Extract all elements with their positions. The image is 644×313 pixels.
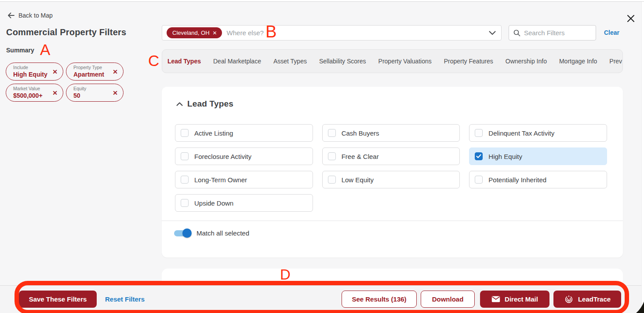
lead-type-option[interactable]: Cash Buyers bbox=[322, 124, 460, 142]
search-filters-input[interactable]: Search Filters bbox=[509, 25, 596, 41]
location-chip[interactable]: Cleveland, OH ✕ bbox=[167, 27, 222, 38]
chip-value: Apartment bbox=[73, 71, 111, 78]
chip-remove-icon[interactable]: ✕ bbox=[52, 89, 58, 96]
download-button[interactable]: Download bbox=[421, 291, 475, 308]
back-to-map-button[interactable]: Back to Map bbox=[7, 12, 53, 19]
summary-chip: Include High Equity ✕ bbox=[6, 63, 63, 81]
envelope-icon bbox=[491, 296, 500, 302]
filter-tab[interactable]: Ownership Info bbox=[506, 58, 547, 65]
checkbox[interactable] bbox=[328, 129, 336, 137]
option-label: Upside Down bbox=[194, 199, 233, 207]
checkbox[interactable] bbox=[181, 199, 189, 207]
clear-filters-link[interactable]: Clear bbox=[604, 29, 619, 36]
option-label: Active Listing bbox=[194, 129, 233, 137]
chip-category-label: Market Value bbox=[13, 86, 51, 92]
filter-tab[interactable]: Asset Types bbox=[273, 58, 307, 65]
filter-tab[interactable]: Lead Types bbox=[167, 58, 201, 65]
checkbox[interactable] bbox=[181, 176, 189, 184]
checkbox[interactable] bbox=[475, 129, 483, 137]
back-arrow-icon bbox=[7, 12, 15, 18]
filter-tabs: Lead TypesDeal MarketplaceAsset TypesSel… bbox=[162, 49, 623, 73]
chip-category-label: Equity bbox=[73, 86, 111, 92]
checkmark-icon bbox=[476, 154, 481, 158]
filter-tab[interactable]: Property Features bbox=[444, 58, 493, 65]
lead-type-option[interactable]: Free & Clear bbox=[322, 147, 460, 165]
leadtrace-button[interactable]: LeadTrace bbox=[553, 291, 621, 308]
lead-type-options: Active Listing Cash Buyers Delinquen bbox=[162, 109, 623, 212]
checkbox[interactable] bbox=[328, 176, 336, 184]
chevron-down-icon[interactable] bbox=[489, 31, 496, 35]
lead-types-card: Lead Types Active Listing bbox=[162, 87, 623, 258]
chip-category-label: Property Type bbox=[73, 65, 111, 70]
lead-type-option[interactable]: Low Equity bbox=[322, 171, 460, 188]
direct-mail-label: Direct Mail bbox=[505, 295, 538, 303]
location-chip-remove-icon[interactable]: ✕ bbox=[213, 30, 217, 36]
section-header[interactable]: Lead Types bbox=[162, 87, 623, 109]
checkbox[interactable] bbox=[181, 129, 189, 137]
location-placeholder: Where else? bbox=[227, 29, 489, 37]
lead-type-option[interactable]: Potentially Inherited bbox=[469, 171, 607, 188]
option-label: High Equity bbox=[488, 153, 522, 160]
see-results-button[interactable]: See Results (136) bbox=[342, 291, 417, 308]
save-filters-button[interactable]: Save These Filters bbox=[19, 291, 97, 308]
leadtrace-icon bbox=[564, 295, 574, 304]
chip-remove-icon[interactable]: ✕ bbox=[113, 68, 118, 75]
match-all-toggle[interactable] bbox=[174, 228, 191, 238]
direct-mail-button[interactable]: Direct Mail bbox=[480, 291, 549, 308]
summary-heading: Summary bbox=[6, 47, 34, 54]
option-label: Low Equity bbox=[342, 176, 374, 184]
checkbox[interactable] bbox=[181, 152, 189, 160]
chip-category-label: Include bbox=[13, 65, 51, 70]
lead-type-option[interactable]: Long-Term Owner bbox=[175, 171, 313, 188]
chip-value: High Equity bbox=[13, 71, 51, 78]
filter-tab[interactable]: Property Valuations bbox=[378, 58, 432, 65]
option-label: Potentially Inherited bbox=[488, 176, 546, 184]
footer-bar: Save These Filters Reset Filters See Res… bbox=[0, 285, 641, 313]
checkbox[interactable] bbox=[328, 152, 336, 160]
lead-type-option[interactable]: High Equity bbox=[469, 147, 607, 165]
reset-filters-link[interactable]: Reset Filters bbox=[105, 295, 145, 303]
leadtrace-label: LeadTrace bbox=[578, 295, 611, 303]
lead-type-option[interactable]: Foreclosure Activity bbox=[175, 147, 313, 165]
location-input[interactable]: Cleveland, OH ✕ Where else? bbox=[162, 25, 502, 41]
match-all-row: Match all selected bbox=[162, 221, 623, 238]
chip-value: $500,000+ bbox=[13, 92, 51, 99]
section-title: Lead Types bbox=[187, 99, 233, 109]
chip-remove-icon[interactable]: ✕ bbox=[52, 68, 58, 75]
location-chip-label: Cleveland, OH bbox=[172, 29, 210, 36]
match-all-label: Match all selected bbox=[196, 229, 249, 237]
checkbox[interactable] bbox=[475, 152, 483, 160]
summary-chip: Equity 50 ✕ bbox=[66, 84, 124, 102]
close-icon[interactable] bbox=[626, 14, 636, 23]
page-top-edge bbox=[0, 0, 644, 2]
chip-remove-icon[interactable]: ✕ bbox=[113, 89, 118, 96]
filters-modal: Back to Map Commercial Property Filters … bbox=[0, 0, 641, 313]
page-right-edge bbox=[641, 2, 644, 313]
option-label: Cash Buyers bbox=[342, 129, 379, 137]
lead-type-option[interactable]: Active Listing bbox=[175, 124, 313, 142]
summary-chips: Include High Equity ✕ Property Type Apar… bbox=[6, 63, 127, 102]
search-icon bbox=[513, 29, 520, 37]
option-label: Free & Clear bbox=[342, 153, 379, 160]
search-placeholder: Search Filters bbox=[524, 29, 565, 37]
page-title: Commercial Property Filters bbox=[6, 27, 126, 37]
filter-tab[interactable]: Prev bbox=[609, 58, 622, 65]
lead-type-option[interactable]: Delinquent Tax Activity bbox=[469, 124, 607, 142]
option-label: Long-Term Owner bbox=[194, 176, 247, 184]
collapse-chevron-up-icon[interactable] bbox=[176, 102, 183, 106]
option-label: Delinquent Tax Activity bbox=[488, 129, 554, 137]
filter-tab[interactable]: Sellability Scores bbox=[319, 58, 366, 65]
filter-tab[interactable]: Deal Marketplace bbox=[213, 58, 261, 65]
filter-tab[interactable]: Mortgage Info bbox=[559, 58, 597, 65]
summary-chip: Property Type Apartment ✕ bbox=[66, 63, 124, 81]
lead-type-option[interactable]: Upside Down bbox=[175, 194, 313, 212]
option-label: Foreclosure Activity bbox=[194, 153, 251, 160]
checkbox[interactable] bbox=[475, 176, 483, 184]
chip-value: 50 bbox=[73, 92, 111, 99]
summary-chip: Market Value $500,000+ ✕ bbox=[6, 84, 63, 102]
back-to-map-label: Back to Map bbox=[18, 12, 53, 19]
